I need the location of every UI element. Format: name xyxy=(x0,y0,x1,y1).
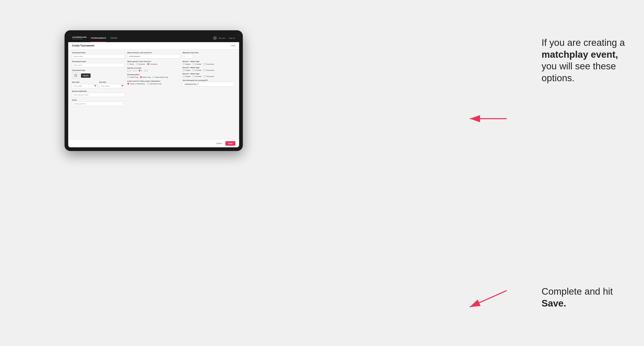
venue-group: Venue ▾ xyxy=(72,99,125,106)
round2-singles[interactable]: Singles xyxy=(182,69,190,71)
tournament-host-input[interactable] xyxy=(72,54,125,58)
scoring-match-radio[interactable] xyxy=(140,76,142,78)
round3-foursomes[interactable]: Foursomes xyxy=(203,75,214,77)
scoring-medal[interactable]: Medal Match Play xyxy=(152,76,168,78)
annotation-bold-2: Save. xyxy=(542,298,566,309)
end-date-input[interactable] xyxy=(99,84,125,88)
scoring-stroke-radio[interactable] xyxy=(127,76,129,78)
svg-line-3 xyxy=(470,291,507,307)
back-button[interactable]: ‹ Back xyxy=(230,45,236,47)
round2-foursomes[interactable]: Foursomes xyxy=(203,69,214,71)
round2-group: Round 2 - Match Type Singles Fourball xyxy=(182,67,236,71)
event-individuals-radio[interactable] xyxy=(147,83,149,85)
round1-fourball-radio[interactable] xyxy=(192,63,195,65)
round1-fourball[interactable]: Fourball xyxy=(192,63,201,65)
scoring-stroke-label: Stroke Play xyxy=(130,76,138,78)
cancel-button[interactable]: Cancel xyxy=(214,141,224,146)
tournament-host-group: Tournament Host xyxy=(72,52,125,58)
rounds-2-radio[interactable] xyxy=(133,70,135,72)
api-label: Use third-party live scoring API? xyxy=(182,79,236,81)
rounds-4-radio[interactable] xyxy=(144,70,146,72)
round1-foursomes-label: Foursomes xyxy=(206,63,214,65)
event-type-radio-group: Teams (+Individuals) Individuals Only xyxy=(127,83,180,85)
nav-bar: SCOREBOARD Powered by clippit TOURNAMENT… xyxy=(68,34,239,42)
rounds-2[interactable]: 2 xyxy=(133,70,136,72)
rounds-2-label: 2 xyxy=(136,70,136,72)
gender-combined[interactable]: Combined xyxy=(147,63,157,65)
rounds-label: Number of rounds xyxy=(127,67,180,69)
round1-foursomes[interactable]: Foursomes xyxy=(203,63,214,65)
round2-fourball[interactable]: Fourball xyxy=(192,69,201,71)
round3-fourball[interactable]: Fourball xyxy=(192,75,201,77)
round3-foursomes-radio[interactable] xyxy=(203,75,205,77)
rounds-1-radio[interactable] xyxy=(127,70,129,72)
logo-upload-area: 🖼 Upload xyxy=(72,72,125,79)
user-name: Test User xyxy=(218,37,226,39)
tournament-logo-group: Tournament logo 🖼 Upload xyxy=(72,69,125,79)
gender-womens-radio[interactable] xyxy=(136,63,138,65)
division-select[interactable]: NCAA Division I xyxy=(127,54,180,58)
scoring-match[interactable]: Match Play xyxy=(140,76,151,78)
gender-womens[interactable]: Womens xyxy=(136,63,145,65)
rounds-4[interactable]: 4 xyxy=(144,70,148,72)
max-team-size-input[interactable] xyxy=(182,54,193,58)
api-tag-close[interactable]: ✕ xyxy=(197,83,198,85)
round2-singles-radio[interactable] xyxy=(182,69,184,71)
round2-fourball-label: Fourball xyxy=(195,69,201,71)
scoring-medal-radio[interactable] xyxy=(152,76,154,78)
round1-singles-label: Singles xyxy=(185,63,190,65)
gender-womens-label: Womens xyxy=(139,63,145,65)
event-teams-radio[interactable] xyxy=(127,83,129,85)
signout-button[interactable]: Sign out xyxy=(229,37,235,39)
gender-mens[interactable]: Mens xyxy=(127,63,134,65)
tablet-frame: SCOREBOARD Powered by clippit TOURNAMENT… xyxy=(64,30,243,151)
calendar-icon: 📅 xyxy=(94,85,96,87)
avatar xyxy=(213,36,217,40)
event-type-label: Is this event for Teams and/or Individua… xyxy=(127,80,180,82)
form-footer: Cancel Save xyxy=(68,139,239,147)
round1-singles[interactable]: Singles xyxy=(182,63,190,65)
scoring-stroke[interactable]: Stroke Play xyxy=(127,76,138,78)
round2-foursomes-radio[interactable] xyxy=(203,69,205,71)
round3-label: Round 3 - Match Type xyxy=(182,73,236,75)
round1-singles-radio[interactable] xyxy=(182,63,184,65)
gender-combined-radio[interactable] xyxy=(147,63,149,65)
api-tag: Leaderboard King ✕ xyxy=(184,83,199,86)
rounds-1[interactable]: 1 xyxy=(127,70,131,72)
tab-teams[interactable]: TEAMS xyxy=(110,34,117,42)
gender-mens-radio[interactable] xyxy=(127,63,129,65)
annotation-bold-1: matchplay event, xyxy=(542,49,618,60)
event-teams[interactable]: Teams (+Individuals) xyxy=(127,83,145,85)
round2-singles-label: Singles xyxy=(185,69,190,71)
scoring-label: Scoring system xyxy=(127,74,180,75)
round2-fourball-radio[interactable] xyxy=(192,69,195,71)
round3-singles-radio[interactable] xyxy=(182,75,184,77)
event-individuals[interactable]: Individuals Only xyxy=(147,83,161,85)
round1-foursomes-radio[interactable] xyxy=(203,63,205,65)
start-date-input[interactable] xyxy=(72,84,98,88)
gender-radio-group: Mens Womens Combined xyxy=(127,63,180,65)
api-select-wrap[interactable]: Leaderboard King ✕ ▾ xyxy=(182,82,236,87)
round1-options: Singles Fourball Foursomes xyxy=(182,63,236,65)
rounds-3[interactable]: 3 xyxy=(138,70,142,72)
sponsor-input[interactable] xyxy=(72,93,125,97)
round3-fourball-label: Fourball xyxy=(195,75,201,77)
date-grid: Start date 📅 End date xyxy=(72,81,125,88)
save-button[interactable]: Save xyxy=(226,141,236,146)
round3-foursomes-label: Foursomes xyxy=(206,75,214,77)
page-title: Create Tournament xyxy=(72,44,94,47)
scoring-medal-label: Medal Match Play xyxy=(155,76,168,78)
tab-tournaments[interactable]: TOURNAMENTS xyxy=(91,34,106,42)
rounds-3-radio[interactable] xyxy=(138,70,140,72)
upload-button[interactable]: Upload xyxy=(81,73,90,78)
right-column: Maximum Team Size Round 1 - Match Type S… xyxy=(182,52,236,106)
rounds-radio-group: 1 2 3 xyxy=(127,70,180,72)
event-individuals-label: Individuals Only xyxy=(150,83,161,85)
left-column: Tournament Host Tournament name Tourname… xyxy=(72,52,125,106)
round3-singles[interactable]: Singles xyxy=(182,75,190,77)
tournament-name-input[interactable] xyxy=(72,63,125,67)
event-type-group: Is this event for Teams and/or Individua… xyxy=(127,80,180,85)
round3-fourball-radio[interactable] xyxy=(192,75,195,77)
venue-input[interactable] xyxy=(72,102,125,106)
end-date-wrap: 📅 xyxy=(99,84,125,88)
